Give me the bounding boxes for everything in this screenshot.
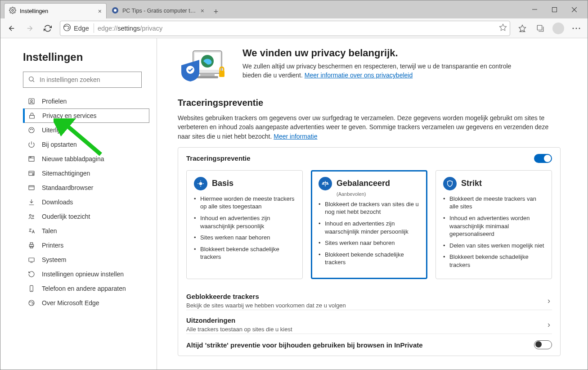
- gear-icon: [9, 7, 16, 15]
- tracking-title: Traceringspreventie: [178, 98, 561, 108]
- back-button[interactable]: [3, 20, 20, 37]
- svg-rect-42: [197, 76, 218, 78]
- tab-label: PC Tips - Gratis computer tips! -: [122, 8, 197, 14]
- toolbar: Edge edge://settings/privacy: [0, 18, 588, 38]
- chevron-right-icon: ›: [546, 296, 552, 306]
- browser-icon: [27, 184, 36, 191]
- tracking-description: Websites gebruiken trackers om gegevens …: [178, 113, 561, 141]
- svg-point-12: [579, 27, 580, 29]
- more-button[interactable]: [568, 20, 585, 37]
- edge-logo-icon: [27, 299, 36, 307]
- address-bar[interactable]: Edge edge://settings/privacy: [60, 21, 510, 36]
- system-icon: [27, 256, 36, 263]
- url-text: edge://settings/privacy: [98, 25, 162, 32]
- tab-pctips[interactable]: PC Tips - Gratis computer tips! - ×: [107, 3, 209, 18]
- appearance-icon: [27, 126, 36, 134]
- tracking-level-strict[interactable]: Strikt Blokkeert de meeste trackers van …: [435, 170, 552, 279]
- privacy-illustration: [178, 47, 232, 88]
- balanced-icon: [319, 177, 332, 190]
- chevron-right-icon: ›: [546, 320, 552, 329]
- svg-rect-44: [219, 71, 224, 77]
- svg-point-13: [29, 77, 33, 81]
- sidebar-item-defaultbrowser[interactable]: Standaardbrowser: [23, 180, 149, 195]
- forward-button[interactable]: [21, 20, 38, 37]
- reload-button[interactable]: [39, 20, 56, 37]
- strict-inprivate-toggle[interactable]: [534, 340, 552, 349]
- settings-search-input[interactable]: [40, 76, 137, 83]
- page-title: Instellingen: [23, 51, 149, 63]
- sidebar-item-languages[interactable]: Talen: [23, 224, 149, 238]
- svg-rect-9: [537, 25, 542, 30]
- sidebar-item-system[interactable]: Systeem: [23, 253, 149, 267]
- svg-point-22: [31, 157, 31, 158]
- settings-content: We vinden uw privacy belangrijk. We zull…: [157, 38, 588, 370]
- close-icon[interactable]: ×: [201, 7, 204, 14]
- sidebar-item-newtabpage[interactable]: Nieuwe tabbladpagina: [23, 152, 149, 166]
- close-icon[interactable]: ×: [98, 8, 102, 15]
- window: Instellingen × PC Tips - Gratis computer…: [0, 0, 588, 370]
- svg-point-10: [573, 27, 574, 29]
- sidebar-item-about[interactable]: Over Microsoft Edge: [23, 296, 149, 310]
- tab-settings[interactable]: Instellingen ×: [4, 3, 107, 18]
- strict-icon: [443, 177, 457, 190]
- svg-point-7: [64, 24, 71, 31]
- tab-strip: Instellingen × PC Tips - Gratis computer…: [0, 0, 588, 18]
- svg-rect-26: [29, 185, 34, 190]
- tracking-level-balanced[interactable]: Gebalanceerd (Aanbevolen) Blokkeert de t…: [311, 170, 427, 279]
- sidebar-item-sitepermissions[interactable]: Sitemachtigingen: [23, 166, 149, 180]
- settings-sidebar: Instellingen Profielen Privacy en servic…: [0, 38, 157, 370]
- favorites-button[interactable]: [514, 20, 531, 37]
- tracking-more-info-link[interactable]: Meer informatie: [274, 133, 317, 140]
- tracking-level-basic[interactable]: Basis Hiermee worden de meeste trackers …: [186, 170, 303, 279]
- printer-icon: [27, 242, 36, 249]
- svg-rect-31: [30, 243, 32, 244]
- settings-nav: Profielen Privacy en services Uiterlijk …: [23, 94, 149, 310]
- svg-line-14: [33, 81, 34, 82]
- sidebar-item-family[interactable]: Ouderlijk toezicht: [23, 209, 149, 224]
- download-icon: [27, 199, 36, 206]
- sidebar-item-printers[interactable]: Printers: [23, 238, 149, 253]
- svg-point-11: [576, 27, 577, 29]
- permissions-icon: [27, 170, 36, 177]
- profile-button[interactable]: [550, 20, 567, 37]
- search-icon: [28, 76, 35, 84]
- svg-point-18: [29, 127, 34, 133]
- settings-search[interactable]: [23, 72, 142, 88]
- basic-icon: [194, 177, 207, 190]
- svg-rect-33: [29, 258, 34, 262]
- exceptions-row[interactable]: Uitzonderingen Alle trackers toestaan op…: [186, 310, 552, 333]
- power-icon: [27, 141, 36, 148]
- svg-point-29: [32, 215, 34, 217]
- svg-point-16: [31, 100, 32, 102]
- svg-point-25: [32, 174, 34, 175]
- maximize-button[interactable]: [544, 0, 564, 18]
- new-tab-button[interactable]: +: [209, 5, 223, 18]
- sidebar-item-appearance[interactable]: Uiterlijk: [23, 123, 149, 137]
- family-icon: [27, 213, 36, 220]
- svg-point-28: [29, 214, 31, 216]
- language-icon: [27, 227, 36, 235]
- sidebar-item-phone[interactable]: Telefoon en andere apparaten: [23, 281, 149, 296]
- svg-rect-17: [30, 115, 35, 118]
- sidebar-item-reset[interactable]: Instellingen opnieuw instellen: [23, 267, 149, 281]
- collections-button[interactable]: [532, 20, 549, 37]
- close-window-button[interactable]: [564, 0, 584, 18]
- privacy-policy-link[interactable]: Meer informatie over ons privacybeleid: [305, 72, 413, 79]
- window-controls: [525, 0, 584, 18]
- svg-rect-4: [552, 7, 557, 12]
- favorite-icon[interactable]: [499, 23, 507, 33]
- svg-rect-15: [29, 99, 34, 104]
- svg-point-43: [186, 66, 194, 74]
- sidebar-item-downloads[interactable]: Downloads: [23, 195, 149, 209]
- blocked-trackers-row[interactable]: Geblokkeerde trackers Bekijk de sites wa…: [186, 286, 552, 309]
- hero-title: We vinden uw privacy belangrijk.: [242, 47, 530, 59]
- tracking-toggle[interactable]: [534, 154, 552, 163]
- sidebar-item-profiles[interactable]: Profielen: [23, 94, 149, 108]
- sidebar-item-onstartup[interactable]: Bij opstarten: [23, 137, 149, 152]
- tab-label: Instellingen: [20, 8, 48, 14]
- strict-inprivate-row: Altijd 'strikte' preventie voor bijhoude…: [186, 334, 552, 349]
- favicon: [112, 7, 119, 15]
- sidebar-item-privacy[interactable]: Privacy en services: [23, 108, 149, 123]
- minimize-button[interactable]: [525, 0, 544, 18]
- phone-icon: [27, 285, 36, 292]
